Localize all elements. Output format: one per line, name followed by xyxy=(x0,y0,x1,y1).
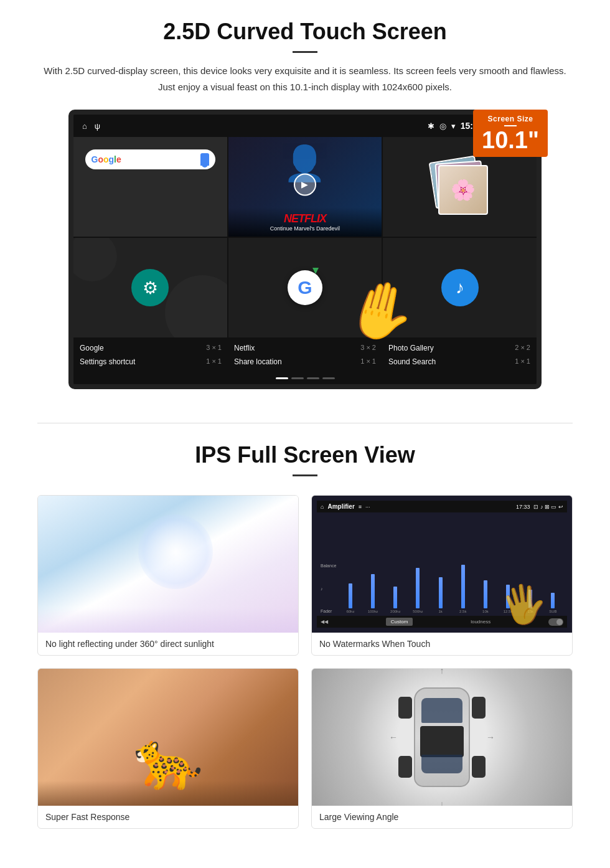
sound-label: Sound Search 1 × 1 xyxy=(382,355,537,369)
netflix-label-text: Netflix xyxy=(234,344,255,352)
flower-icon: 🌸 xyxy=(451,178,476,202)
settings-bg-circle-1 xyxy=(165,275,227,337)
eq-bar-500hz: 500hz xyxy=(408,568,428,613)
eq-bar-2k5: 2.5k xyxy=(453,565,473,613)
cheetah-image: 🐆 xyxy=(38,669,298,806)
horizon-glow xyxy=(38,608,298,633)
section1-underline xyxy=(293,51,317,53)
eq-bar-inner xyxy=(461,565,465,608)
netflix-app-cell[interactable]: 👤 ▶ NETFLIX Continue Marvel's Daredevil xyxy=(228,137,382,237)
share-location-cell[interactable]: G 🤚 xyxy=(228,238,382,337)
badge-size: 10.1" xyxy=(482,128,539,152)
eq-label: 200hz xyxy=(390,610,400,613)
section1-description: With 2.5D curved-display screen, this de… xyxy=(37,63,573,95)
eq-label: 100hz xyxy=(368,610,378,613)
dot-1[interactable] xyxy=(276,377,288,379)
eq-bar-inner xyxy=(416,568,420,608)
mic-icon[interactable] xyxy=(200,153,209,166)
arrow-right: → xyxy=(486,732,495,742)
badge-label: Screen Size xyxy=(482,115,539,123)
status-bar: ⌂ ψ ✱ ◎ ▾ 15:06 ⊡ ♪ ⊠ ▭ xyxy=(73,115,537,137)
custom-btn[interactable]: Custom xyxy=(386,618,413,626)
touch-hand-overlay: 🖐 xyxy=(497,578,550,630)
maps-g-icon: G xyxy=(298,277,312,298)
section-divider xyxy=(37,423,573,423)
settings-app-cell[interactable]: ⚙ xyxy=(73,238,227,337)
amp-dots: ··· xyxy=(365,504,370,510)
section2-title: IPS Full Screen View xyxy=(37,442,573,468)
netflix-logo: NETFLIX xyxy=(233,212,377,225)
gear-icon: ⚙ xyxy=(143,278,158,298)
sunlight-image xyxy=(38,496,298,633)
loudness-label: loudness xyxy=(471,619,490,625)
eq-label: 60hz xyxy=(346,610,354,613)
sunlight-card: No light reflecting under 360° direct su… xyxy=(37,495,299,656)
amp-title: Amplifier xyxy=(327,503,354,510)
cheetah-card: 🐆 Super Fast Response xyxy=(37,668,299,829)
amp-fader-label: Fader xyxy=(321,609,336,613)
play-button[interactable]: ▶ xyxy=(294,173,316,196)
amplifier-image: ⌂ Amplifier ≡ ··· 17:33 ⊡ ♪ ⊠ ▭ ↩ Balanc… xyxy=(312,496,572,633)
eq-label: 1k xyxy=(438,610,442,613)
windshield xyxy=(421,698,462,723)
amplifier-caption: No Watermarks When Touch xyxy=(312,633,572,655)
amp-vol-icon: ♪ xyxy=(321,587,336,591)
eq-bar-inner xyxy=(371,574,375,608)
arrow-top: ↑ xyxy=(440,669,444,676)
car-caption: Large Viewing Angle xyxy=(312,806,572,828)
bluetooth-icon: ✱ xyxy=(428,121,434,131)
gallery-stack: 🌸 xyxy=(429,156,491,218)
eq-bar-100hz: 100hz xyxy=(362,574,383,613)
toggle-knob xyxy=(556,619,563,625)
wheel-rr xyxy=(472,756,486,778)
google-label: Google 3 × 1 xyxy=(73,341,228,355)
usb-icon: ψ xyxy=(95,121,100,131)
music-icon[interactable]: ♪ xyxy=(441,269,479,306)
eq-bar-200hz: 200hz xyxy=(385,587,406,613)
eq-bar-inner xyxy=(551,593,555,608)
eq-label: 10k xyxy=(482,610,489,613)
settings-label-text: Settings shortcut xyxy=(80,357,135,366)
images-grid: No light reflecting under 360° direct su… xyxy=(37,495,573,829)
google-search-bar[interactable]: Google xyxy=(85,149,216,169)
settings-label: Settings shortcut 1 × 1 xyxy=(73,355,228,369)
sun-glow xyxy=(138,514,213,589)
section2-underline xyxy=(293,474,317,476)
arrow-left: ← xyxy=(389,732,398,742)
amp-time: 17:33 xyxy=(516,504,530,510)
amp-back-icon[interactable]: ◀◀ xyxy=(321,619,328,625)
sound-label-text: Sound Search xyxy=(388,357,436,366)
ground-shadow xyxy=(38,781,298,806)
arrow-bottom: ↓ xyxy=(440,799,444,806)
dot-2[interactable] xyxy=(291,377,304,379)
app-grid: Google 👤 ▶ NETFLIX xyxy=(73,137,537,337)
section-curved-touch: 2.5D Curved Touch Screen With 2.5D curve… xyxy=(0,0,610,404)
settings-icon[interactable]: ⚙ xyxy=(131,269,169,306)
google-app-cell[interactable]: Google xyxy=(73,137,227,237)
amp-icons: ⊡ ♪ ⊠ ▭ ↩ xyxy=(533,504,563,510)
sound-size: 1 × 1 xyxy=(515,357,530,366)
netflix-size: 3 × 2 xyxy=(360,344,376,352)
dot-4[interactable] xyxy=(322,377,335,379)
home-icon[interactable]: ⌂ xyxy=(82,121,87,131)
music-note-icon: ♪ xyxy=(456,278,464,298)
sunlight-caption: No light reflecting under 360° direct su… xyxy=(38,633,298,655)
wheel-fr xyxy=(472,697,486,719)
eq-bar-10k: 10k xyxy=(475,580,495,613)
gallery-img-3: 🌸 xyxy=(438,165,488,215)
amp-menu-icon: ≡ xyxy=(359,504,362,510)
wifi-icon: ▾ xyxy=(451,121,456,131)
eq-bar-inner xyxy=(349,583,352,608)
wheel-fl xyxy=(398,697,412,719)
share-label-text: Share location xyxy=(234,357,282,366)
badge-underline xyxy=(504,125,517,126)
cheetah-caption: Super Fast Response xyxy=(38,806,298,828)
device-screen: ⌂ ψ ✱ ◎ ▾ 15:06 ⊡ ♪ ⊠ ▭ xyxy=(68,110,542,389)
eq-bar-inner xyxy=(439,577,443,608)
maps-icon: G xyxy=(288,270,322,305)
dot-3[interactable] xyxy=(307,377,319,379)
car-roof xyxy=(420,726,464,757)
eq-bar-inner xyxy=(484,580,487,608)
eq-bar-1k: 1k xyxy=(430,577,451,613)
netflix-label: Netflix 3 × 2 xyxy=(228,341,382,355)
